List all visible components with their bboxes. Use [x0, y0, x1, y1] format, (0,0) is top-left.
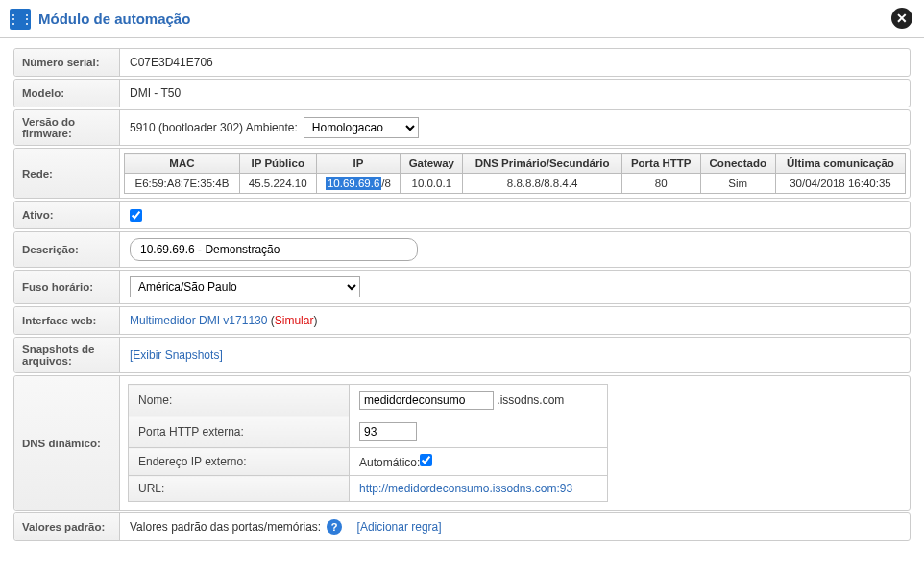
th-gateway: Gateway	[401, 154, 463, 174]
row-rede: Rede: MAC IP Público IP Gateway DNS Prim…	[13, 148, 911, 199]
label-ativo: Ativo:	[14, 202, 120, 228]
value-valores: Valores padrão das portas/memórias: ? [A…	[120, 513, 910, 540]
value-snapshots: [Exibir Snapshots]	[120, 338, 910, 372]
row-dns-dinamico: DNS dinâmico: Nome: .issodns.com Porta H…	[13, 375, 911, 511]
dns-url-label: URL:	[129, 476, 350, 502]
dns-endereco-label: Endereço IP externo:	[129, 448, 350, 476]
firmware-env-select[interactable]: Homologacao	[304, 117, 419, 138]
row-firmware: Versão do firmware: 5910 (bootloader 302…	[13, 109, 911, 146]
dns-porta-cell	[350, 416, 608, 448]
add-rule-link[interactable]: [Adicionar regra]	[357, 520, 442, 534]
dns-auto-label: Automático:	[359, 456, 420, 469]
fuso-select[interactable]: América/São Paulo	[130, 276, 360, 297]
interface-link[interactable]: Multimedidor DMI v171130	[130, 314, 267, 327]
modal-title: Módulo de automação	[38, 11, 190, 27]
th-conectado: Conectado	[700, 154, 775, 174]
td-conectado: Sim	[700, 174, 775, 194]
row-interface: Interface web: Multimedidor DMI v171130 …	[13, 306, 911, 335]
row-descricao: Descrição:	[13, 231, 911, 268]
td-ip: 10.69.69.6/8	[316, 174, 401, 194]
close-button[interactable]: ✕	[891, 8, 912, 29]
simular-link[interactable]: Simular	[275, 314, 314, 327]
label-fuso: Fuso horário:	[14, 271, 120, 303]
label-serial: Número serial:	[14, 49, 120, 76]
content-panel: Número serial: C07E3D41E706 Modelo: DMI …	[0, 38, 924, 571]
label-dns-dinamico: DNS dinâmico:	[14, 376, 120, 510]
td-mac: E6:59:A8:7E:35:4B	[125, 174, 240, 194]
dns-porta-input[interactable]	[359, 422, 417, 441]
value-fuso: América/São Paulo	[120, 271, 910, 303]
dns-url-cell: http://medidordeconsumo.issodns.com:93	[350, 476, 608, 502]
network-row: E6:59:A8:7E:35:4B 45.5.224.10 10.69.69.6…	[125, 174, 906, 194]
row-snapshots: Snapshots de arquivos: [Exibir Snapshots…	[13, 337, 911, 373]
modal-header: ⋮⋮ Módulo de automação ✕	[0, 0, 924, 38]
module-icon: ⋮⋮	[10, 9, 31, 30]
dns-auto-checkbox[interactable]	[420, 454, 432, 466]
dns-nome-label: Nome:	[129, 385, 350, 416]
td-gateway: 10.0.0.1	[401, 174, 463, 194]
valores-text: Valores padrão das portas/memórias:	[130, 520, 321, 534]
value-rede: MAC IP Público IP Gateway DNS Primário/S…	[120, 149, 910, 198]
dns-nome-cell: .issodns.com	[350, 385, 608, 416]
descricao-input[interactable]	[130, 238, 418, 261]
dns-nome-suffix: .issodns.com	[497, 393, 564, 407]
td-ultima: 30/04/2018 16:40:35	[775, 174, 905, 194]
help-icon[interactable]: ?	[327, 519, 342, 535]
label-rede: Rede:	[14, 149, 120, 198]
sep-open: (	[267, 314, 274, 327]
label-snapshots: Snapshots de arquivos:	[14, 338, 120, 372]
value-serial: C07E3D41E706	[120, 49, 910, 76]
row-serial: Número serial: C07E3D41E706	[13, 48, 911, 77]
value-modelo: DMI - T50	[120, 80, 910, 107]
th-porta-http: Porta HTTP	[621, 154, 700, 174]
dns-endereco-cell: Automático:	[350, 448, 608, 476]
ip-highlight: 10.69.69.6	[326, 177, 381, 190]
row-modelo: Modelo: DMI - T50	[13, 79, 911, 107]
dns-nome-input[interactable]	[359, 391, 494, 410]
ip-suffix: /8	[381, 178, 391, 189]
value-descricao	[120, 232, 910, 267]
value-firmware: 5910 (bootloader 302) Ambiente: Homologa…	[120, 110, 910, 145]
dns-subtable: Nome: .issodns.com Porta HTTP externa: E…	[128, 384, 608, 502]
exibir-snapshots-link[interactable]: [Exibir Snapshots]	[130, 348, 223, 362]
th-dns: DNS Primário/Secundário	[463, 154, 621, 174]
firmware-text: 5910 (bootloader 302) Ambiente:	[130, 121, 298, 134]
th-ip-publico: IP Público	[239, 154, 316, 174]
ativo-checkbox[interactable]	[130, 209, 142, 222]
th-ip: IP	[316, 154, 401, 174]
label-descricao: Descrição:	[14, 232, 120, 267]
value-interface: Multimedidor DMI v171130 (Simular)	[120, 307, 910, 334]
td-dns: 8.8.8.8/8.8.4.4	[463, 174, 621, 194]
row-ativo: Ativo:	[13, 201, 911, 229]
row-valores: Valores padrão: Valores padrão das porta…	[13, 512, 911, 541]
th-mac: MAC	[125, 154, 240, 174]
network-table: MAC IP Público IP Gateway DNS Primário/S…	[124, 153, 906, 194]
row-fuso: Fuso horário: América/São Paulo	[13, 270, 911, 304]
td-ip-publico: 45.5.224.10	[239, 174, 316, 194]
td-porta-http: 80	[621, 174, 700, 194]
value-dns-dinamico: Nome: .issodns.com Porta HTTP externa: E…	[120, 376, 910, 510]
label-firmware: Versão do firmware:	[14, 110, 120, 145]
label-modelo: Modelo:	[14, 80, 120, 107]
label-interface: Interface web:	[14, 307, 120, 334]
th-ultima: Última comunicação	[775, 154, 905, 174]
value-ativo	[120, 202, 910, 228]
dns-url-link[interactable]: http://medidordeconsumo.issodns.com:93	[359, 482, 572, 495]
label-valores: Valores padrão:	[14, 513, 120, 540]
sep-close: )	[313, 314, 317, 327]
dns-porta-label: Porta HTTP externa:	[129, 416, 350, 448]
